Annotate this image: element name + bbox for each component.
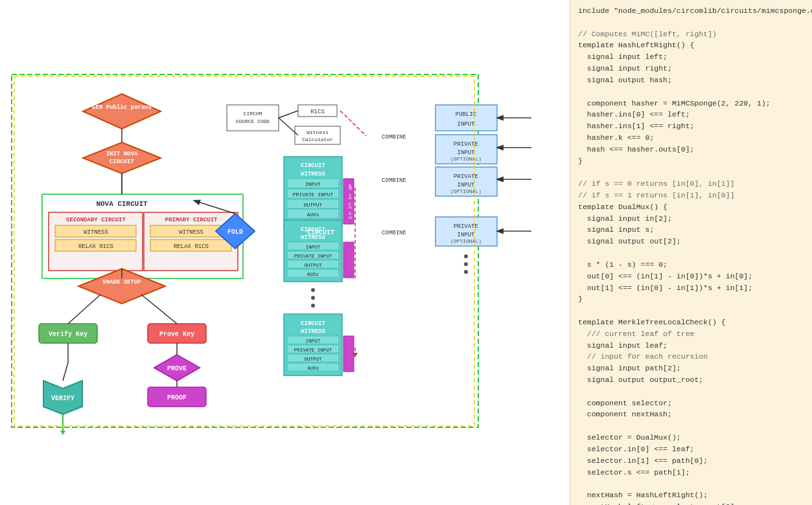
- svg-text:PRIVATE INPUT: PRIVATE INPUT: [294, 348, 332, 353]
- code-line: signal output out[2];: [578, 236, 804, 247]
- code-line: template DualMux() {: [578, 201, 804, 213]
- code-line: component nextHash;: [578, 409, 804, 420]
- code-line: signal input in[2];: [578, 213, 804, 225]
- code-line: [578, 420, 804, 432]
- svg-text:AUXs: AUXs: [307, 366, 319, 371]
- svg-text:COMBINE: COMBINE: [382, 177, 406, 184]
- code-line: out[1] <== (in[0] - in[1])*s + in[1];: [578, 282, 804, 294]
- svg-text:(OPTIONAL): (OPTIONAL): [450, 188, 481, 194]
- svg-text:OUTPUT: OUTPUT: [304, 263, 322, 268]
- svg-text:INIT NOVA: INIT NOVA: [106, 151, 138, 157]
- svg-text:AUXs: AUXs: [307, 212, 319, 218]
- code-line: }: [578, 155, 804, 167]
- code-line: nextHash = HashLeftRight();: [578, 489, 804, 501]
- svg-text:INPUT: INPUT: [457, 121, 475, 128]
- code-line: out[0] <== (in[1] - in[0])*s + in[0];: [578, 271, 804, 282]
- svg-text:CiRCUIT: CiRCUIT: [307, 229, 334, 236]
- svg-text:CIRCOM: CIRCOM: [244, 111, 262, 117]
- code-line: // Computes MiMC([left, right]): [578, 28, 804, 40]
- code-line: hasher.ins[0] <== left;: [578, 109, 804, 120]
- svg-text:RELAX R1CS: RELAX R1CS: [174, 243, 209, 250]
- code-line: [578, 247, 804, 259]
- svg-text:GEN Public params: GEN Public params: [92, 104, 152, 111]
- svg-text:C: C: [349, 202, 351, 207]
- code-line: // input for each recursion: [578, 351, 804, 363]
- svg-text:S: S: [349, 211, 351, 216]
- code-line: signal input left;: [578, 51, 804, 63]
- svg-text:INPUT: INPUT: [457, 232, 475, 238]
- svg-text:OUTPUT: OUTPUT: [304, 357, 322, 362]
- svg-text:INPUT: INPUT: [306, 339, 321, 344]
- svg-text:FOLD: FOLD: [227, 229, 243, 236]
- diagram-panel: NOVA CIRCUIT SECONDARY CIRCUIT WITNESS R…: [0, 0, 570, 505]
- svg-point-65: [311, 296, 315, 300]
- svg-text:AUXs: AUXs: [307, 272, 319, 277]
- code-line: [578, 86, 804, 98]
- svg-text:INPUT: INPUT: [457, 150, 475, 156]
- svg-text:NOVA CIRCUIT: NOVA CIRCUIT: [96, 200, 148, 208]
- code-line: hash <== hasher.outs[0];: [578, 144, 804, 155]
- svg-text:PUBLIC: PUBLIC: [456, 111, 477, 118]
- svg-text:SECONDARY CIRCUIT: SECONDARY CIRCUIT: [66, 217, 126, 223]
- svg-text:INPUT: INPUT: [305, 181, 321, 187]
- svg-text:CIRCUIT: CIRCUIT: [301, 320, 325, 327]
- code-line: }: [578, 293, 804, 305]
- code-line: selector = DualMux();: [578, 432, 804, 443]
- code-line: /// current leaf of tree: [578, 328, 804, 340]
- svg-text:(OPTIONAL): (OPTIONAL): [450, 156, 481, 162]
- code-line: component hasher = MiMCSponge(2, 220, 1)…: [578, 98, 804, 109]
- svg-text:(OPTIONAL): (OPTIONAL): [450, 238, 481, 244]
- svg-text:WITNESS: WITNESS: [84, 229, 108, 236]
- svg-text:PRIVATE INPUT: PRIVATE INPUT: [294, 254, 332, 259]
- svg-rect-59: [343, 242, 354, 278]
- svg-text:PRIMARY CIRCUIT: PRIMARY CIRCUIT: [165, 217, 218, 223]
- code-line: signal input right;: [578, 63, 804, 74]
- svg-text:INPUT: INPUT: [457, 182, 475, 188]
- svg-text:Witness: Witness: [307, 129, 329, 135]
- code-line: template HashLeftRight() {: [578, 39, 804, 51]
- svg-text:RELAX R1CS: RELAX R1CS: [78, 243, 113, 250]
- code-panel: include "node_modules/circomlib/circuits…: [570, 0, 812, 505]
- code-line: signal input path[2];: [578, 363, 804, 374]
- svg-text:R1CS: R1CS: [310, 109, 325, 115]
- svg-text:Verify Key: Verify Key: [49, 331, 87, 338]
- code-line: [578, 166, 804, 178]
- svg-text:COMBINE: COMBINE: [382, 230, 406, 236]
- svg-text:SOURCE CODE: SOURCE CODE: [236, 118, 270, 124]
- code-line: s * (1 - s) === 0;: [578, 259, 804, 271]
- svg-text:PROVE: PROVE: [167, 365, 187, 372]
- svg-point-66: [311, 304, 315, 308]
- code-line: [578, 305, 804, 317]
- svg-text:S: S: [347, 216, 353, 219]
- svg-text:INPUT: INPUT: [306, 245, 321, 250]
- svg-point-64: [311, 288, 315, 292]
- code-line: // if s == 1 returns [in[1], in[0]]: [578, 190, 804, 201]
- svg-point-96: [464, 270, 468, 274]
- svg-text:1: 1: [349, 193, 351, 198]
- svg-text:VERIFY: VERIFY: [51, 395, 75, 402]
- code-line: signal output hash;: [578, 74, 804, 86]
- code-line: [578, 17, 804, 28]
- code-line: hasher.k <== 0;: [578, 132, 804, 144]
- svg-text:COMBINE: COMBINE: [382, 134, 406, 140]
- svg-text:SNARK SETUP: SNARK SETUP: [102, 279, 141, 286]
- svg-text:WITNESS: WITNESS: [301, 171, 325, 177]
- code-line: signal output output_root;: [578, 374, 804, 386]
- code-line: component selector;: [578, 398, 804, 409]
- svg-point-95: [464, 262, 468, 266]
- code-line: include "node_modules/circomlib/circuits…: [578, 5, 804, 17]
- svg-text:WITNESS: WITNESS: [179, 229, 203, 236]
- svg-rect-22: [227, 105, 279, 131]
- code-line: [578, 478, 804, 489]
- svg-text:PROOF: PROOF: [167, 394, 187, 401]
- svg-rect-78: [343, 336, 354, 372]
- code-line: selector.s <== path[1];: [578, 467, 804, 478]
- code-line: // if s == 0 returns [in[0], in[1]]: [578, 178, 804, 190]
- code-line: selector.in[1] <== path[0];: [578, 455, 804, 467]
- svg-text:OUTPUT: OUTPUT: [304, 202, 323, 208]
- svg-text:CIRCUIT: CIRCUIT: [110, 159, 134, 165]
- code-line: [578, 386, 804, 398]
- svg-text:Prove Key: Prove Key: [159, 331, 194, 338]
- code-line: nextHash.left <== selector.out[0];: [578, 501, 804, 505]
- code-line: hasher.ins[1] <== right;: [578, 120, 804, 132]
